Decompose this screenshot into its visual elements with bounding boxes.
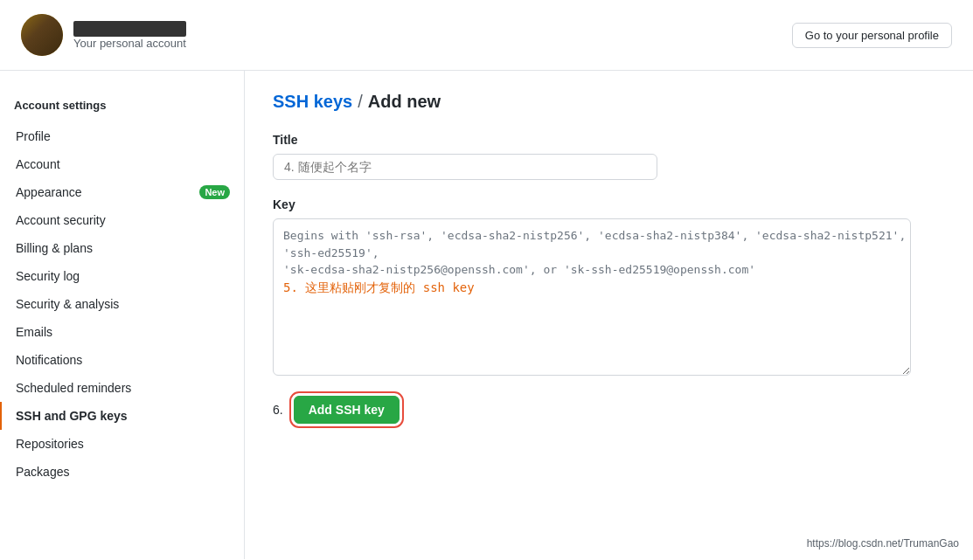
sidebar-label-profile: Profile bbox=[16, 129, 51, 143]
add-ssh-key-button[interactable]: Add SSH key bbox=[294, 396, 400, 424]
sidebar-label-notifications: Notifications bbox=[16, 353, 82, 367]
sidebar-item-packages[interactable]: Packages bbox=[0, 458, 244, 486]
go-to-profile-button[interactable]: Go to your personal profile bbox=[792, 23, 952, 48]
main-content: SSH keys / Add new Title Key Begins with… bbox=[245, 71, 944, 559]
sidebar-item-profile[interactable]: Profile bbox=[0, 122, 244, 150]
sidebar-label-billing: Billing & plans bbox=[16, 241, 93, 255]
sidebar-item-appearance[interactable]: Appearance New bbox=[0, 178, 244, 206]
sidebar-item-billing[interactable]: Billing & plans bbox=[0, 234, 244, 262]
new-badge: New bbox=[199, 185, 230, 199]
key-label: Key bbox=[273, 197, 916, 211]
footer-url: https://blog.csdn.net/TrumanGao bbox=[807, 537, 959, 550]
sidebar-item-emails[interactable]: Emails bbox=[0, 318, 244, 346]
sidebar-label-scheduled-reminders: Scheduled reminders bbox=[16, 381, 131, 395]
sidebar-label-security-analysis: Security & analysis bbox=[16, 297, 119, 311]
sidebar-item-security-analysis[interactable]: Security & analysis bbox=[0, 290, 244, 318]
breadcrumb: SSH keys / Add new bbox=[273, 92, 916, 112]
step-label: 6. bbox=[273, 403, 283, 417]
key-textarea-wrapper: Begins with 'ssh-rsa', 'ecdsa-sha2-nistp… bbox=[273, 218, 916, 378]
header-sub-label: Your personal account bbox=[73, 37, 186, 50]
title-input[interactable] bbox=[273, 154, 657, 180]
sidebar-label-packages: Packages bbox=[16, 465, 69, 479]
title-form-group: Title bbox=[273, 133, 916, 180]
layout: Account settings Profile Account Appeara… bbox=[0, 71, 973, 559]
sidebar-item-account-security[interactable]: Account security bbox=[0, 206, 244, 234]
sidebar-label-ssh-gpg-keys: SSH and GPG keys bbox=[16, 409, 128, 423]
header-username bbox=[73, 21, 186, 37]
sidebar-label-account: Account bbox=[16, 157, 60, 171]
sidebar-item-repositories[interactable]: Repositories bbox=[0, 430, 244, 458]
breadcrumb-current: Add new bbox=[368, 92, 441, 112]
avatar bbox=[21, 14, 63, 56]
top-header: Your personal account Go to your persona… bbox=[0, 0, 973, 71]
sidebar-label-repositories: Repositories bbox=[16, 437, 84, 451]
sidebar-label-appearance: Appearance bbox=[16, 185, 82, 199]
sidebar-item-account[interactable]: Account bbox=[0, 150, 244, 178]
sidebar: Account settings Profile Account Appeara… bbox=[0, 71, 245, 559]
sidebar-item-security-log[interactable]: Security log bbox=[0, 262, 244, 290]
key-form-group: Key Begins with 'ssh-rsa', 'ecdsa-sha2-n… bbox=[273, 197, 916, 378]
sidebar-label-emails: Emails bbox=[16, 325, 52, 339]
breadcrumb-sep: / bbox=[358, 92, 363, 112]
header-left: Your personal account bbox=[21, 14, 186, 56]
sidebar-section-title: Account settings bbox=[0, 92, 244, 119]
key-textarea[interactable] bbox=[273, 218, 911, 376]
header-user-info: Your personal account bbox=[73, 21, 186, 50]
breadcrumb-link[interactable]: SSH keys bbox=[273, 92, 352, 112]
sidebar-item-scheduled-reminders[interactable]: Scheduled reminders bbox=[0, 374, 244, 402]
sidebar-label-account-security: Account security bbox=[16, 213, 106, 227]
add-ssh-key-area: 6. Add SSH key bbox=[273, 396, 916, 424]
sidebar-label-security-log: Security log bbox=[16, 269, 80, 283]
sidebar-item-ssh-gpg-keys[interactable]: SSH and GPG keys bbox=[0, 402, 244, 430]
title-label: Title bbox=[273, 133, 916, 147]
sidebar-item-notifications[interactable]: Notifications bbox=[0, 346, 244, 374]
